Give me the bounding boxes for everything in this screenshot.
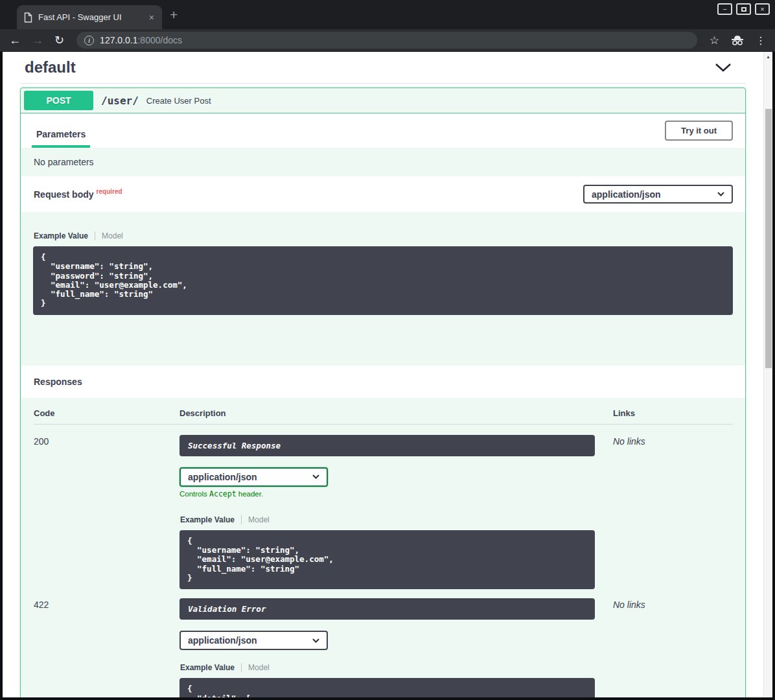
example-tabs: Example Value Model (180, 515, 595, 524)
url-host: 127.0.0.1 (100, 35, 137, 45)
document-favicon-icon (23, 12, 32, 23)
response-200-description-cell: Successful Response application/json Con… (179, 435, 613, 589)
response-422-links: No links (613, 598, 733, 697)
required-badge: required (97, 188, 122, 195)
response-200-description: Successful Response (179, 435, 595, 456)
response-200-media-type-value: application/json (188, 472, 257, 482)
url-path: :8000/docs (137, 35, 182, 45)
request-media-type-value: application/json (592, 189, 661, 200)
tab-example-value[interactable]: Example Value (180, 663, 242, 672)
titlebar: Fast API - Swagger UI × + − × (0, 0, 775, 29)
tab-parameters[interactable]: Parameters (32, 121, 90, 148)
tab-model[interactable]: Model (242, 663, 270, 672)
method-badge: POST (24, 91, 93, 110)
operation-path: /user/ (101, 95, 139, 107)
tab-model[interactable]: Model (242, 515, 270, 524)
address-bar[interactable]: i 127.0.0.1:8000/docs (76, 32, 697, 49)
bookmark-star-icon[interactable]: ☆ (710, 34, 719, 47)
browser-window: Fast API - Swagger UI × + − × ← → ↻ i 12… (0, 0, 775, 700)
chevron-down-icon (312, 638, 319, 643)
response-200-example-json: { "username": "string", "email": "user@e… (179, 530, 595, 589)
column-header-code: Code (34, 408, 179, 424)
tab-title: Fast API - Swagger UI (38, 12, 142, 22)
try-it-out-button[interactable]: Try it out (665, 121, 733, 141)
minimize-button[interactable]: − (717, 3, 732, 15)
scrollbar-up-arrow-icon[interactable]: ▲ (764, 52, 772, 62)
page-viewport: ▲ default POST /user/ Create User Pos (3, 52, 772, 697)
example-tabs: Example Value Model (180, 663, 595, 672)
close-button[interactable]: × (755, 3, 770, 15)
response-422-media-type-value: application/json (188, 635, 257, 646)
chevron-down-icon (312, 474, 319, 479)
request-media-type-select[interactable]: application/json (583, 185, 733, 204)
back-arrow-icon[interactable]: ← (9, 34, 21, 46)
window-controls: − × (717, 3, 770, 15)
reload-icon[interactable]: ↻ (54, 34, 64, 46)
response-422-description-cell: Validation Error application/json (179, 598, 613, 697)
controls-accept-note: Controls Accept header. (179, 489, 595, 498)
chevron-down-icon (717, 192, 724, 196)
page-info-icon[interactable]: i (84, 36, 94, 45)
request-example-area: Example Value Model { "username": "strin… (21, 212, 745, 366)
swagger-page: default POST /user/ Create User Post Par (3, 52, 763, 697)
incognito-icon (730, 35, 745, 45)
kebab-menu-icon[interactable]: ⋮ (756, 34, 766, 47)
column-header-links: Links (613, 408, 733, 424)
column-header-description: Description (179, 408, 613, 424)
opblock-post-user: POST /user/ Create User Post Parameters … (20, 88, 746, 697)
response-200-links: No links (613, 435, 733, 589)
operation-summary: Create User Post (146, 96, 211, 106)
collapse-chevron-icon[interactable] (715, 63, 732, 72)
tab-model[interactable]: Model (95, 231, 123, 240)
no-parameters-message: No parameters (21, 148, 745, 176)
responses-title: Responses (21, 366, 745, 398)
tab-example-value[interactable]: Example Value (180, 515, 242, 524)
maximize-button[interactable] (736, 3, 751, 15)
browser-tab[interactable]: Fast API - Swagger UI × (17, 5, 162, 29)
request-body-title: Request body (34, 189, 94, 200)
response-422-media-type-select[interactable]: application/json (179, 631, 328, 650)
section-divider (20, 83, 746, 84)
response-code-200: 200 (34, 435, 179, 589)
request-body-row: Request bodyrequired application/json (21, 176, 745, 212)
maximize-icon (741, 7, 746, 12)
scrollbar-thumb[interactable] (765, 109, 772, 368)
browser-toolbar: ← → ↻ i 127.0.0.1:8000/docs ☆ ⋮ (0, 29, 775, 52)
request-example-json: { "username": "string", "password": "str… (33, 246, 733, 315)
opblock-summary[interactable]: POST /user/ Create User Post (21, 88, 745, 113)
responses-table: Code Description Links 200 Successful Re… (21, 398, 745, 697)
section-title: default (25, 58, 76, 76)
tab-close-icon[interactable]: × (148, 13, 156, 22)
response-422-example-json: { "detail": [ (179, 678, 595, 697)
parameters-header: Parameters Try it out (21, 113, 745, 148)
scrollbar[interactable]: ▲ (763, 52, 772, 697)
example-tabs: Example Value Model (34, 231, 733, 240)
table-divider (34, 424, 733, 425)
tag-section-header[interactable]: default (20, 56, 746, 76)
tab-example-value[interactable]: Example Value (34, 231, 95, 240)
response-200-media-type-select[interactable]: application/json (179, 467, 328, 487)
response-code-422: 422 (34, 598, 179, 697)
forward-arrow-icon[interactable]: → (32, 34, 43, 46)
response-422-description: Validation Error (179, 598, 595, 620)
new-tab-button[interactable]: + (170, 7, 178, 23)
